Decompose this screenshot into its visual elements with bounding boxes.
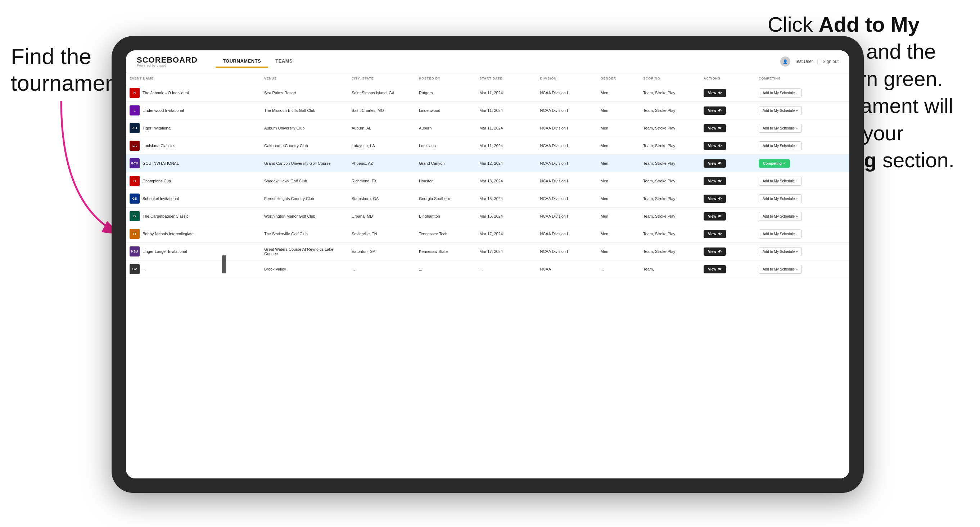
add-schedule-button[interactable]: Add to My Schedule + [759, 106, 802, 115]
add-schedule-button[interactable]: Add to My Schedule + [759, 247, 802, 256]
tournaments-table: EVENT NAME VENUE CITY, STATE HOSTED BY S… [126, 73, 850, 278]
eye-icon: 👁 [718, 250, 722, 254]
view-button[interactable]: View 👁 [703, 89, 726, 97]
eye-icon: 👁 [718, 126, 722, 130]
logo-sub: Powered by clippd [137, 64, 197, 67]
view-button[interactable]: View 👁 [703, 230, 726, 238]
hosted-cell: ... [415, 260, 476, 278]
col-header-competing: COMPETING [755, 73, 850, 84]
hosted-cell: Auburn [415, 119, 476, 137]
competing-cell: Competing ✓ [755, 155, 850, 172]
team-logo: GCU [130, 158, 140, 168]
table-row: B The Carpetbagger Classic Worthington M… [126, 208, 850, 225]
date-cell: Mar 12, 2024 [476, 155, 536, 172]
date-cell: Mar 11, 2024 [476, 137, 536, 155]
tab-teams[interactable]: TEAMS [268, 56, 300, 68]
city-cell: Statesboro, GA [348, 190, 415, 208]
gender-cell: Men [597, 172, 640, 190]
app-header: SCOREBOARD Powered by clippd TOURNAMENTS… [126, 50, 850, 73]
actions-cell: View 👁 [700, 137, 755, 155]
hosted-cell: Rutgers [415, 84, 476, 102]
eye-icon: 👁 [718, 214, 722, 218]
team-logo: BV [130, 264, 140, 274]
actions-cell: View 👁 [700, 172, 755, 190]
col-header-date: START DATE [476, 73, 536, 84]
add-schedule-button[interactable]: Add to My Schedule + [759, 89, 802, 97]
event-name: Schenkel Invitational [143, 197, 179, 201]
tab-tournaments[interactable]: TOURNAMENTS [216, 56, 268, 68]
view-button[interactable]: View 👁 [703, 142, 726, 150]
scoring-cell: Team, Stroke Play [640, 102, 700, 119]
add-schedule-button[interactable]: Add to My Schedule + [759, 212, 802, 221]
event-name: The Johnnie - O Individual [143, 90, 189, 95]
competing-cell: Add to My Schedule + [755, 137, 850, 155]
add-schedule-button[interactable]: Add to My Schedule + [759, 265, 802, 274]
competing-cell: Add to My Schedule + [755, 190, 850, 208]
table-row: GS Schenkel Invitational Forest Heights … [126, 190, 850, 208]
competing-button[interactable]: Competing ✓ [759, 159, 790, 168]
venue-cell: Forest Heights Country Club [261, 190, 348, 208]
division-cell: NCAA Division I [536, 225, 597, 243]
date-cell: Mar 16, 2024 [476, 208, 536, 225]
venue-cell: Sea Palms Resort [261, 84, 348, 102]
tablet-screen: SCOREBOARD Powered by clippd TOURNAMENTS… [126, 50, 850, 478]
add-schedule-button[interactable]: Add to My Schedule + [759, 177, 802, 186]
gender-cell: Men [597, 155, 640, 172]
division-cell: NCAA Division I [536, 172, 597, 190]
view-button[interactable]: View 👁 [703, 212, 726, 221]
division-cell: NCAA Division I [536, 119, 597, 137]
competing-cell: Add to My Schedule + [755, 225, 850, 243]
hosted-cell: Tennessee Tech [415, 225, 476, 243]
event-name: Linger Longer Invitational [143, 249, 187, 254]
hosted-cell: Kennesaw State [415, 243, 476, 260]
table-container: EVENT NAME VENUE CITY, STATE HOSTED BY S… [126, 73, 850, 478]
competing-cell: Add to My Schedule + [755, 102, 850, 119]
add-schedule-button[interactable]: Add to My Schedule + [759, 230, 802, 238]
nav-tabs: TOURNAMENTS TEAMS [216, 56, 300, 68]
gender-cell: Men [597, 137, 640, 155]
view-button[interactable]: View 👁 [703, 124, 726, 132]
actions-cell: View 👁 [700, 84, 755, 102]
scoring-cell: Team, Stroke Play [640, 172, 700, 190]
scoring-cell: Team, Stroke Play [640, 119, 700, 137]
event-name: The Carpetbagger Classic [143, 214, 189, 218]
date-cell: ... [476, 260, 536, 278]
view-button[interactable]: View 👁 [703, 265, 726, 273]
add-schedule-button[interactable]: Add to My Schedule + [759, 141, 802, 150]
eye-icon: 👁 [718, 109, 722, 113]
add-schedule-button[interactable]: Add to My Schedule + [759, 124, 802, 133]
scoring-cell: Team, Stroke Play [640, 225, 700, 243]
col-header-hosted: HOSTED BY [415, 73, 476, 84]
eye-icon: 👁 [718, 91, 722, 95]
division-cell: NCAA Division I [536, 190, 597, 208]
date-cell: Mar 15, 2024 [476, 190, 536, 208]
sign-out-link[interactable]: Sign out [823, 59, 838, 64]
event-name-cell: AU Tiger Invitational [126, 119, 261, 137]
event-name: Bobby Nichols Intercollegiate [143, 232, 194, 236]
view-button[interactable]: View 👁 [703, 177, 726, 185]
table-header-row: EVENT NAME VENUE CITY, STATE HOSTED BY S… [126, 73, 850, 84]
gender-cell: Men [597, 243, 640, 260]
col-header-event: EVENT NAME [126, 73, 261, 84]
scoring-cell: Team, Stroke Play [640, 137, 700, 155]
left-instruction: Find the tournament. [11, 43, 126, 97]
view-button[interactable]: View 👁 [703, 106, 726, 115]
logo-area: SCOREBOARD Powered by clippd [137, 56, 197, 67]
division-cell: NCAA Division I [536, 137, 597, 155]
table-row: L Lindenwood Invitational The Missouri B… [126, 102, 850, 119]
team-logo: B [130, 211, 140, 221]
add-schedule-button[interactable]: Add to My Schedule + [759, 194, 802, 203]
event-name: GCU INVITATIONAL [143, 161, 179, 165]
team-logo: TT [130, 229, 140, 239]
event-name-cell: B The Carpetbagger Classic [126, 208, 261, 225]
view-button[interactable]: View 👁 [703, 195, 726, 203]
city-cell: Auburn, AL [348, 119, 415, 137]
eye-icon: 👁 [718, 179, 722, 183]
eye-icon: 👁 [718, 197, 722, 201]
hosted-cell: Houston [415, 172, 476, 190]
hosted-cell: Binghamton [415, 208, 476, 225]
view-button[interactable]: View 👁 [703, 159, 726, 168]
view-button[interactable]: View 👁 [703, 248, 726, 256]
actions-cell: View 👁 [700, 243, 755, 260]
table-row: H Champions Cup Shadow Hawk Golf Club Ri… [126, 172, 850, 190]
